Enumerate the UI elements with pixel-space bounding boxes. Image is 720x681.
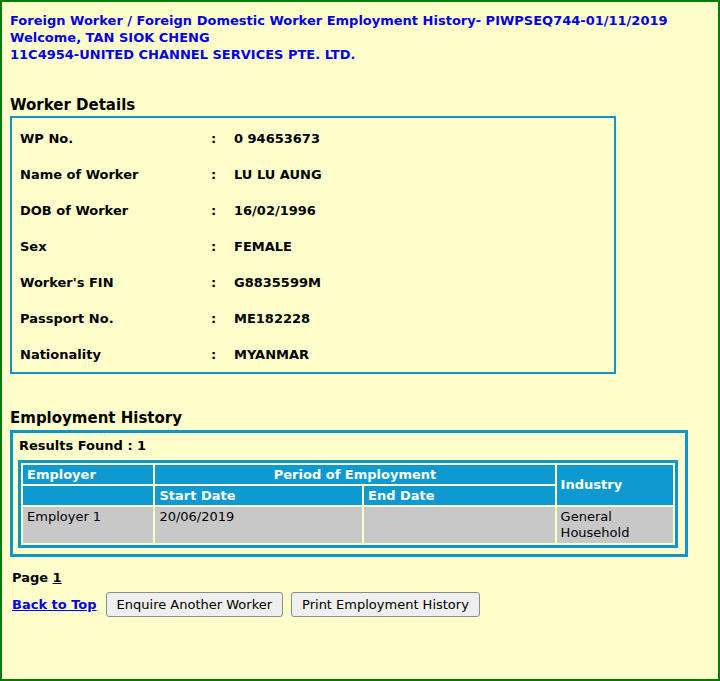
field-value: 0 94653673 xyxy=(234,131,320,147)
field-value: MYANMAR xyxy=(234,347,309,363)
column-header-employer: Employer xyxy=(23,465,153,484)
employment-history-heading: Employment History xyxy=(10,409,710,427)
field-value: 16/02/1996 xyxy=(234,203,316,219)
page-content: Foreign Worker / Foreign Domestic Worker… xyxy=(2,2,718,617)
footer-actions: Back to Top Enquire Another Worker Print… xyxy=(10,592,710,617)
field-value: G8835599M xyxy=(234,275,321,291)
cell-start-date: 20/06/2019 xyxy=(155,507,362,543)
field-separator: : xyxy=(211,239,234,255)
field-label: Nationality xyxy=(20,347,211,363)
column-header-end-date: End Date xyxy=(364,486,555,505)
field-label: Sex xyxy=(20,239,211,255)
field-label: DOB of Worker xyxy=(20,203,211,219)
worker-details-heading: Worker Details xyxy=(10,96,710,114)
detail-row-nationality: Nationality : MYANMAR xyxy=(20,347,606,383)
field-label: WP No. xyxy=(20,131,211,147)
field-separator: : xyxy=(211,311,234,327)
worker-details-box: WP No. : 0 94653673 Name of Worker : LU … xyxy=(10,116,616,374)
field-separator: : xyxy=(211,131,234,147)
field-separator: : xyxy=(211,167,234,183)
field-separator: : xyxy=(211,203,234,219)
field-separator: : xyxy=(211,347,234,363)
table-row: Employer 1 20/06/2019 General Household xyxy=(23,507,673,543)
page-title: Foreign Worker / Foreign Domestic Worker… xyxy=(10,12,710,29)
page-label: Page xyxy=(12,570,48,585)
detail-row-sex: Sex : FEMALE xyxy=(20,239,606,275)
field-separator: : xyxy=(211,275,234,291)
page-number-link[interactable]: 1 xyxy=(53,570,62,585)
detail-row-passport: Passport No. : ME182228 xyxy=(20,311,606,347)
field-value: ME182228 xyxy=(234,311,310,327)
back-to-top-link[interactable]: Back to Top xyxy=(12,597,97,612)
field-label: Name of Worker xyxy=(20,167,211,183)
column-header-spacer xyxy=(23,486,153,505)
field-label: Passport No. xyxy=(20,311,211,327)
results-found-text: Results Found : 1 xyxy=(18,437,680,460)
enquire-another-worker-button[interactable]: Enquire Another Worker xyxy=(106,592,283,617)
table-header-row-1: Employer Period of Employment Industry xyxy=(23,465,673,484)
welcome-text: Welcome, TAN SIOK CHENG xyxy=(10,29,710,46)
pagination: Page 1 xyxy=(10,570,710,585)
company-text: 11C4954-UNITED CHANNEL SERVICES PTE. LTD… xyxy=(10,46,710,63)
detail-row-name: Name of Worker : LU LU AUNG xyxy=(20,167,606,203)
column-header-industry: Industry xyxy=(557,465,673,505)
column-header-start-date: Start Date xyxy=(155,486,362,505)
field-value: FEMALE xyxy=(234,239,292,255)
field-label: Worker's FIN xyxy=(20,275,211,291)
employment-history-box: Results Found : 1 Employer Period of Emp… xyxy=(10,430,688,557)
cell-industry: General Household xyxy=(557,507,673,543)
cell-employer: Employer 1 xyxy=(23,507,153,543)
detail-row-dob: DOB of Worker : 16/02/1996 xyxy=(20,203,606,239)
field-value: LU LU AUNG xyxy=(234,167,322,183)
print-employment-history-button[interactable]: Print Employment History xyxy=(291,592,480,617)
detail-row-fin: Worker's FIN : G8835599M xyxy=(20,275,606,311)
column-header-period: Period of Employment xyxy=(155,465,554,484)
detail-row-wp-no: WP No. : 0 94653673 xyxy=(20,131,606,167)
page-header: Foreign Worker / Foreign Domestic Worker… xyxy=(10,12,710,63)
cell-end-date xyxy=(364,507,555,543)
employment-history-table: Employer Period of Employment Industry S… xyxy=(18,460,678,548)
